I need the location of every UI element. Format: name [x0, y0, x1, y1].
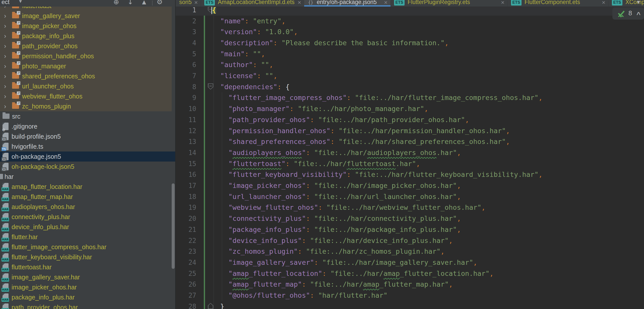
tree-item-oh-package-json5[interactable]: {} oh-package.json5 [0, 151, 176, 162]
code-line-28[interactable]: } [212, 301, 224, 309]
tree-item-photo-manager[interactable]: › ↗ photo_manager [0, 61, 172, 71]
code-line-1[interactable]: { [212, 7, 216, 16]
tree-item-flutter-image-compress-ohos-har[interactable]: HAR flutter_image_compress_ohos.har [0, 242, 172, 252]
code-line-2[interactable]: "name": "entry", [212, 16, 286, 27]
tree-item-amap-flutter-map-har[interactable]: HAR amap_flutter_map.har [0, 192, 172, 202]
tab-son5[interactable]: son5× [176, 0, 201, 7]
code-token: , [538, 171, 542, 178]
expand-chevron-icon[interactable]: › [4, 101, 6, 111]
panel-divider[interactable] [175, 0, 176, 309]
code-line-6[interactable]: "author": "", [212, 59, 273, 70]
close-icon[interactable]: × [501, 0, 504, 6]
code-line-22[interactable]: "device_info_plus": "file:../har/device_… [212, 235, 453, 246]
tree-item-connectivity-plus-har[interactable]: HAR connectivity_plus.har [0, 212, 172, 222]
expand-chevron-icon[interactable]: › [4, 31, 6, 41]
code-line-23[interactable]: "zc_homos_plugin": "file:../har/zc_homos… [212, 246, 445, 257]
code-line-18[interactable]: "url_launcher_ohos": "file:../har/url_la… [212, 191, 461, 202]
close-icon[interactable]: × [298, 0, 301, 6]
code-token [212, 259, 228, 266]
inspections-widget[interactable]: 8 ^ [612, 8, 644, 20]
expand-chevron-icon[interactable]: › [4, 81, 6, 91]
code-line-21[interactable]: "package_info_plus": "file:../har/packag… [212, 224, 461, 235]
close-icon[interactable]: × [194, 0, 198, 6]
code-line-7[interactable]: "license": "", [212, 70, 277, 81]
code-line-5[interactable]: "main": "", [212, 48, 265, 60]
code-line-11[interactable]: "path_provider_ohos": "file:../har/path_… [212, 114, 469, 125]
module-folder-icon: ↗ [12, 63, 19, 69]
expand-chevron-icon[interactable]: › [4, 41, 6, 51]
line-number: 1 [181, 7, 196, 16]
code-line-4[interactable]: "description": "Please describe the basi… [212, 37, 449, 48]
tree-item-fluttertoast-har[interactable]: HAR fluttertoast.har [0, 262, 172, 272]
tree-item-label: image_gallery_saver [22, 11, 80, 21]
tree-item-device-info-plus-har[interactable]: HAR device_info_plus.har [0, 222, 172, 232]
tree-item-flutter-har[interactable]: HAR flutter.har [0, 232, 172, 242]
code-line-15[interactable]: "fluttertoast": "file:../har/fluttertoas… [212, 158, 420, 169]
tree-item-zc-homos-plugin[interactable]: › ↗ zc_homos_plugin [0, 101, 172, 111]
code-line-12[interactable]: "permission_handler_ohos": "file:../har/… [212, 125, 510, 136]
tree-item--gitignore[interactable]: ⊘ .gitignore [0, 121, 172, 131]
hidden-tabs-icon[interactable]: ▾ [637, 0, 640, 6]
tree-item-permission-handler-ohos[interactable]: › ↗ permission_handler_ohos [0, 51, 172, 61]
settings-icon[interactable]: ⚙ [157, 0, 163, 6]
code-line-14[interactable]: "audioplayers_ohos": "file:../har/audiop… [212, 147, 461, 158]
tree-item-audioplayers-ohos-har[interactable]: HAR audioplayers_ohos.har [0, 202, 172, 212]
tab-FlutterComponent-ets[interactable]: ETSFlutterComponent.ets× [507, 0, 608, 7]
code-line-17[interactable]: "image_picker_ohos": "file:../har/image_… [212, 180, 461, 191]
code-token: "device_info_plus" [228, 237, 302, 244]
tree-item-path-provider-ohos-har[interactable]: HAR path_provider_ohos.har [0, 302, 172, 309]
tab-AmapLocationClientImpl-d-ets[interactable]: ETSAmapLocationClientImpl.d.ets× [201, 0, 304, 7]
tree-item-package-info-plus-har[interactable]: HAR package_info_plus.har [0, 292, 172, 302]
tree-item-image-gallery-saver[interactable]: › ↗ image_gallery_saver [0, 11, 172, 21]
scroll-from-source-icon[interactable]: ↧ [127, 0, 133, 6]
code-line-24[interactable]: "image_gallery_saver": "file:../har/imag… [212, 257, 477, 268]
code-line-8[interactable]: "dependencies": { [212, 81, 290, 92]
code-line-25[interactable]: "amap_flutter_location": "file:../har/am… [212, 268, 494, 279]
project-selector[interactable]: ect [2, 0, 10, 6]
code-editor[interactable]: 1234567891011121314151617181920212223242… [176, 7, 644, 309]
code-token: amap [383, 270, 400, 277]
expand-chevron-icon[interactable]: › [4, 91, 6, 101]
expand-chevron-icon[interactable]: › [4, 61, 6, 71]
code-line-20[interactable]: "connectivity_plus": "file:../har/connec… [212, 213, 461, 224]
tree-item-build-profile-json5[interactable]: {} build-profile.json5 [0, 131, 172, 141]
code-line-13[interactable]: "shared_preferences_ohos": "file:../har/… [212, 136, 510, 147]
tree-item-shared-preferences-ohos[interactable]: › ↗ shared_preferences_ohos [0, 71, 172, 81]
chevron-down-icon[interactable]: ▾ [19, 0, 22, 5]
code-line-27[interactable]: "@ohos/flutter_ohos": "har/flutter.har" [212, 290, 388, 301]
tree-item-image-gallery-saver-har[interactable]: HAR image_gallery_saver.har [0, 272, 172, 282]
code-token: "file:../har/ [310, 280, 363, 288]
code-token: "main" [220, 50, 245, 58]
locate-icon[interactable]: ⊕ [113, 0, 119, 6]
tree-item-har[interactable]: har [0, 172, 172, 182]
tree-item-flutter-keyboard-visibility-har[interactable]: HAR flutter_keyboard_visibility.har [0, 252, 172, 262]
close-icon[interactable]: × [602, 0, 605, 6]
expand-chevron-icon[interactable]: › [4, 51, 6, 61]
tree-scrollbar[interactable] [172, 183, 175, 269]
expand-chevron-icon[interactable]: › [4, 11, 6, 21]
tree-item-webview-flutter-ohos[interactable]: › ↗ webview_flutter_ohos [0, 91, 172, 101]
tab-bar-edge [176, 7, 644, 7]
code-line-26[interactable]: "amap_flutter_map": "file:../har/amap_fl… [212, 279, 453, 290]
expand-chevron-icon[interactable]: › [4, 71, 6, 81]
code-line-10[interactable]: "photo_manager": "file:../har/photo_mana… [212, 103, 428, 114]
tree-item-image-picker-ohos[interactable]: › ↗ image_picker_ohos [0, 21, 172, 31]
code-line-3[interactable]: "version": "1.0.0", [212, 26, 298, 37]
tree-item-oh-package-lock-json5[interactable]: {} oh-package-lock.json5 [0, 162, 172, 172]
code-line-16[interactable]: "flutter_keyboard_visibility": "file:../… [212, 169, 543, 180]
code-line-9[interactable]: "flutter_image_compress_ohos": "file:../… [212, 92, 543, 103]
collapse-all-icon[interactable]: ▲ [142, 0, 146, 5]
tree-item-path-provider-ohos[interactable]: › ↗ path_provider_ohos [0, 41, 172, 51]
tree-item-src[interactable]: src [0, 111, 172, 121]
tree-item-url-launcher-ohos[interactable]: › ↗ url_launcher_ohos [0, 81, 172, 91]
tab-entry-oh-package-json5[interactable]: {}entry/oh-package.json5× [304, 0, 391, 7]
expand-chevron-icon[interactable]: › [4, 21, 6, 31]
code-line-19[interactable]: "webview_flutter_ohos": "file:../har/web… [212, 202, 485, 213]
tree-item-image-picker-ohos-har[interactable]: HAR image_picker_ohos.har [0, 282, 172, 292]
chevron-up-icon[interactable]: ^ [636, 11, 640, 19]
tab-FlutterPluginRegistry-ets[interactable]: ETSFlutterPluginRegistry.ets× [391, 0, 507, 7]
tree-item-amap-flutter-location-har[interactable]: HAR amap_flutter_location.har [0, 182, 172, 192]
tree-item-package-info-plus[interactable]: › ↗ package_info_plus [0, 31, 172, 41]
tree-item-hvigorfile-ts[interactable]: TS hvigorfile.ts [0, 141, 172, 151]
line-number: 5 [181, 48, 196, 60]
